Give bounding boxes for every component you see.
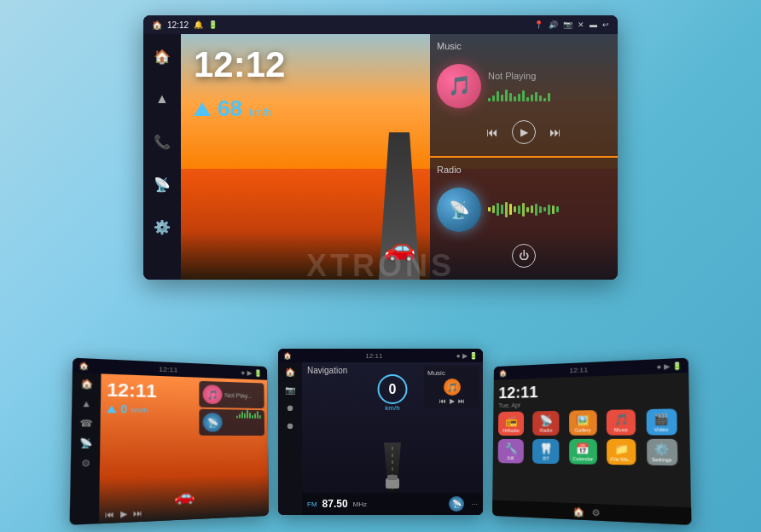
center-sidebar-photo[interactable]: 📷 — [285, 385, 295, 395]
app-icon-xik[interactable]: 🔧XiK — [498, 439, 524, 464]
left-cards: 🎵 Not Play... 📡 — [199, 381, 264, 436]
left-sidebar-phone[interactable]: ☎ — [79, 418, 92, 428]
center-music-controls: ⏮ ▶ ⏭ — [427, 397, 476, 405]
fm-label: FM — [307, 500, 317, 508]
sidebar-radio-icon[interactable]: 📡 — [148, 171, 176, 198]
app-grid: 📻HiRadio📡Radio🖼️Gallery🎵Music🎬Video🔧XiK🦷… — [498, 408, 684, 466]
screen-icon[interactable]: ▬ — [590, 20, 597, 29]
sub-screen-center: 🏠 12:11 ● ▶ 🔋 🏠 📷 ⏺ ⏺ Navigation 0 km/h — [278, 349, 483, 515]
radio-card-title: Radio — [437, 165, 611, 175]
play-button[interactable]: ▶ — [512, 120, 536, 144]
left-status-time: 12:11 — [159, 365, 177, 373]
battery-icon: 🔋 — [208, 20, 218, 29]
app-icon-radio[interactable]: 📡Radio — [533, 411, 560, 436]
radio-icon[interactable]: 📡 — [437, 188, 481, 232]
fm-menu-dots[interactable]: ··· — [471, 500, 478, 508]
app-icon-gallery[interactable]: 🖼️Gallery — [569, 410, 597, 436]
fm-radio-icon[interactable]: 📡 — [449, 496, 464, 512]
right-status-icons: ● ▶ 🔋 — [656, 361, 682, 371]
speed-display: 68 km/h — [194, 95, 271, 122]
center-music-icon[interactable]: 🎵 — [444, 379, 461, 396]
music-card-title: Music — [437, 41, 611, 51]
speed-triangle-icon — [194, 102, 211, 116]
left-sidebar-settings[interactable]: ⚙ — [80, 458, 90, 468]
main-time: 12:12 — [194, 47, 285, 83]
location-icon: 📍 — [534, 20, 543, 29]
right-status-time: 12:11 — [569, 366, 588, 374]
app-icon-calendar[interactable]: 📅Calendar — [569, 439, 597, 465]
music-info: Not Playing — [488, 71, 611, 101]
bottom-screens-container: 🏠 12:11 ● ▶ 🔋 🏠 ▲ ☎ 📡 ⚙ 12:11 0 km/h — [89, 349, 672, 515]
prev-button[interactable]: ⏮ — [486, 125, 498, 139]
center-play[interactable]: ▶ — [450, 397, 455, 405]
main-content: 🏠 ▲ 📞 📡 ⚙️ 12:12 68 km/h 🚗 — [143, 34, 618, 280]
svg-rect-3 — [387, 475, 398, 480]
notification-icon: 🔔 — [194, 20, 203, 29]
center-speed-unit: km/h — [378, 404, 408, 412]
center-sidebar-record[interactable]: ⏺ — [286, 403, 294, 413]
sidebar-settings-icon[interactable]: ⚙️ — [148, 213, 176, 240]
app-icon-video[interactable]: 🎬Video — [646, 408, 677, 435]
main-sidebar: 🏠 ▲ 📞 📡 ⚙️ — [143, 34, 181, 280]
center-prev[interactable]: ⏮ — [439, 397, 446, 405]
center-nav-label: Navigation — [307, 366, 347, 375]
left-sub-main: 12:11 0 km/h 🎵 Not Play... 📡 — [99, 373, 269, 523]
left-music-card: 🎵 Not Play... — [199, 381, 264, 408]
app-icon-settings[interactable]: ⚙️Settings — [647, 439, 677, 466]
bottom-settings-icon[interactable]: ⚙ — [591, 507, 600, 518]
status-right: 📍 🔊 📷 ✕ ▬ ↩ — [534, 20, 609, 29]
right-status-home: 🏠 — [499, 369, 508, 377]
right-time-area: 12:11 Tue, Apr — [498, 379, 683, 408]
left-prev-icon[interactable]: ⏮ — [105, 510, 114, 520]
sidebar-phone-icon[interactable]: 📞 — [148, 128, 176, 155]
center-speed-display: 0 km/h — [378, 374, 408, 412]
center-sidebar-record2[interactable]: ⏺ — [286, 421, 294, 431]
left-radio-icon[interactable]: 📡 — [203, 413, 223, 432]
app-icon-hiradio[interactable]: 📻HiRadio — [498, 412, 524, 436]
volume-icon: 🔊 — [549, 20, 558, 29]
bottom-home-icon[interactable]: 🏠 — [572, 506, 584, 517]
back-icon[interactable]: ↩ — [602, 20, 609, 29]
left-sidebar-radio[interactable]: 📡 — [79, 438, 92, 448]
cards-area: Music 🎵 Not Playing ⏮ ▶ ⏭ — [430, 34, 618, 280]
left-status-home: 🏠 — [78, 361, 89, 370]
left-music-icon[interactable]: 🎵 — [203, 385, 223, 404]
power-button[interactable]: ⏻ — [512, 244, 536, 268]
sub-screen-left: 🏠 12:11 ● ▶ 🔋 🏠 ▲ ☎ 📡 ⚙ 12:11 0 km/h — [70, 358, 269, 525]
music-album-icon[interactable]: 🎵 — [437, 64, 481, 108]
left-speed-val: 0 — [120, 403, 127, 416]
main-dashboard: 12:12 68 km/h 🚗 Music 🎵 Not Playi — [181, 34, 618, 280]
sidebar-home-icon[interactable]: 🏠 — [148, 43, 176, 70]
close-icon[interactable]: ✕ — [578, 20, 584, 29]
left-next-icon[interactable]: ⏭ — [133, 508, 142, 518]
center-sub-content: 🏠 📷 ⏺ ⏺ Navigation 0 km/h — [278, 362, 483, 515]
center-sidebar-home[interactable]: 🏠 — [285, 367, 295, 377]
waveform — [488, 84, 611, 101]
left-sidebar-home[interactable]: 🏠 — [80, 379, 93, 389]
home-icon[interactable]: 🏠 — [152, 20, 162, 30]
left-play-icon[interactable]: ▶ — [120, 509, 127, 518]
center-status-icons: ● ▶ 🔋 — [456, 352, 478, 360]
center-music-card: Music 🎵 ⏮ ▶ ⏭ — [424, 366, 479, 408]
left-radio-card: 📡 — [199, 409, 264, 436]
left-sidebar-nav[interactable]: ▲ — [81, 398, 91, 408]
center-next[interactable]: ⏭ — [458, 397, 465, 405]
app-icon-music[interactable]: 🎵Music — [607, 409, 636, 435]
left-sub-content: 🏠 ▲ ☎ 📡 ⚙ 12:11 0 km/h 🎵 Not Play... — [70, 373, 269, 525]
app-icon-file-ma...[interactable]: 📁File Ma... — [607, 439, 636, 466]
center-sidebar: 🏠 📷 ⏺ ⏺ — [278, 362, 302, 515]
fm-frequency: 87.50 — [322, 498, 348, 510]
center-status-home: 🏠 — [283, 352, 292, 360]
music-controls: ⏮ ▶ ⏭ — [437, 115, 611, 149]
app-icon-bt[interactable]: 🦷BT — [532, 439, 559, 464]
center-road — [367, 442, 418, 494]
center-status-bar: 🏠 12:11 ● ▶ 🔋 — [278, 349, 483, 362]
center-speed-circle: 0 — [378, 374, 408, 404]
center-status-time: 12:11 — [365, 352, 382, 360]
next-button[interactable]: ⏭ — [549, 125, 561, 139]
sidebar-nav-icon[interactable]: ▲ — [148, 85, 176, 113]
radio-controls: ⏻ — [437, 239, 611, 273]
music-card-content: 🎵 Not Playing — [437, 56, 611, 115]
center-main: Navigation 0 km/h — [302, 362, 483, 515]
sub-screen-right: 🏠 12:11 ● ▶ 🔋 12:11 Tue, Apr 📻HiRadio📡Ra… — [492, 358, 691, 525]
